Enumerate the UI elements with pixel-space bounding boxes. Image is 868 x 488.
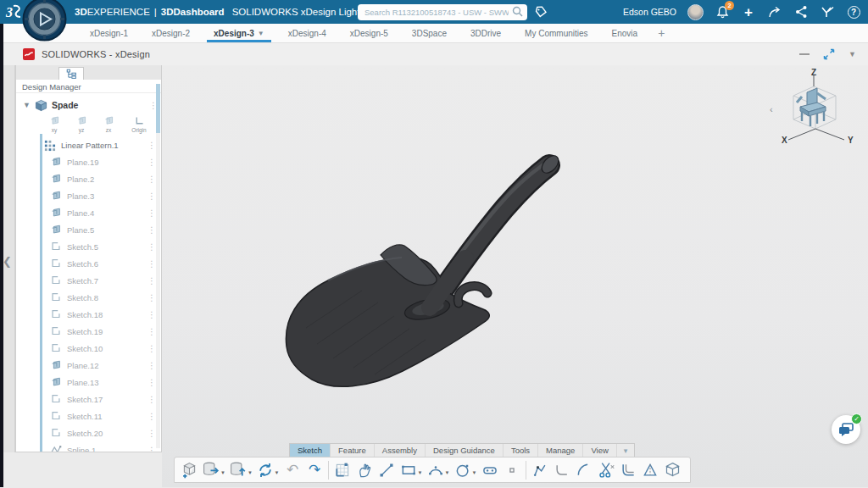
- plane-zx[interactable]: zx: [99, 115, 118, 133]
- root-part-name[interactable]: Spade: [52, 100, 143, 110]
- tree-item[interactable]: Linear Pattern.1: [16, 136, 161, 153]
- forward-arrow-icon[interactable]: [767, 4, 782, 19]
- tree-item[interactable]: Plane.12: [16, 357, 161, 374]
- arc-icon[interactable]: ▼: [425, 460, 452, 480]
- swym-icon[interactable]: [820, 4, 835, 19]
- sketch-hand-icon[interactable]: [353, 460, 376, 480]
- dashboard-link[interactable]: 3DDashboard: [161, 7, 225, 17]
- sketch-icon: [50, 410, 62, 422]
- tree-item[interactable]: Sketch.18: [16, 306, 161, 323]
- sync-icon[interactable]: ▼: [254, 460, 281, 480]
- tree-item[interactable]: Sketch.7: [16, 272, 161, 289]
- window-left-edge: [0, 24, 3, 487]
- redo-icon[interactable]: ↷: [303, 460, 326, 480]
- design-manager-tab[interactable]: [58, 67, 84, 80]
- ribbon-tab-assembly[interactable]: Assembly: [375, 444, 426, 457]
- chevron-down-icon[interactable]: ▼: [258, 30, 264, 37]
- help-icon[interactable]: ?: [848, 6, 860, 19]
- notification-badge: 2: [725, 1, 734, 10]
- view-cube-icon[interactable]: [661, 460, 683, 480]
- tree-item[interactable]: Sketch.10: [16, 340, 161, 357]
- tree-item[interactable]: Plane.4: [16, 204, 161, 221]
- tree-item[interactable]: Sketch.8: [16, 289, 161, 306]
- polyline-icon[interactable]: [529, 460, 551, 480]
- panel-scrollbar[interactable]: [156, 84, 160, 448]
- tab-3ddrive[interactable]: 3DDrive: [459, 24, 513, 42]
- avatar[interactable]: [687, 4, 704, 20]
- bell-icon[interactable]: 2: [715, 4, 730, 19]
- sketch-grid-icon[interactable]: [331, 460, 353, 480]
- search-icon[interactable]: [512, 6, 523, 17]
- brand-3dexperience[interactable]: 3DEXPERIENCE: [75, 7, 150, 17]
- undo-icon[interactable]: ↶: [281, 460, 303, 480]
- ribbon-tab-feature[interactable]: Feature: [331, 444, 375, 457]
- tree-item[interactable]: Plane.2: [16, 170, 161, 187]
- tree-item[interactable]: Sketch.5: [16, 238, 161, 255]
- ribbon-collapse-icon[interactable]: ▾: [617, 444, 635, 457]
- point-icon[interactable]: [501, 460, 523, 480]
- compass-icon[interactable]: [22, 0, 67, 42]
- tree-item[interactable]: Sketch.17: [16, 391, 161, 408]
- construction-icon[interactable]: [639, 460, 661, 480]
- workspace-tab-bar: xDesign-1 xDesign-2 xDesign-3▼ xDesign-4…: [0, 24, 868, 43]
- tab-xdesign-2[interactable]: xDesign-2: [140, 24, 202, 42]
- solidworks-icon: [23, 48, 35, 60]
- tree-item[interactable]: Sketch.6: [16, 255, 161, 272]
- trim-icon[interactable]: [595, 460, 617, 480]
- tree-item[interactable]: Plane.19: [16, 153, 161, 170]
- chevron-down-icon[interactable]: ▼: [849, 50, 856, 58]
- minimize-icon[interactable]: [799, 53, 810, 55]
- ribbon-tab-tools[interactable]: Tools: [504, 444, 538, 457]
- circle-icon[interactable]: ▼: [452, 460, 479, 480]
- tree-item[interactable]: Plane.3: [16, 187, 161, 204]
- plane-xy[interactable]: xy: [45, 115, 64, 133]
- 3d-viewport[interactable]: X Y Z ‹ Sketch Feature Assembly Design G…: [162, 65, 868, 487]
- corner-fillet-icon[interactable]: [551, 460, 573, 480]
- tab-xdesign-4[interactable]: xDesign-4: [276, 24, 338, 42]
- collapse-chevron-icon[interactable]: ❮: [3, 255, 12, 268]
- tab-xdesign-3[interactable]: xDesign-3▼: [202, 24, 276, 42]
- axis-z-label: Z: [811, 69, 816, 77]
- user-name[interactable]: Edson GEBO: [623, 7, 676, 17]
- export-data-icon[interactable]: ▼: [200, 460, 227, 480]
- tree-item[interactable]: Plane.5: [16, 221, 161, 238]
- orientation-triad[interactable]: X Y Z ‹: [763, 69, 861, 147]
- ribbon-tab-manage[interactable]: Manage: [538, 444, 583, 457]
- arc-tangent-icon[interactable]: [573, 460, 595, 480]
- tab-enovia[interactable]: Enovia: [600, 24, 650, 42]
- ribbon-tab-view[interactable]: View: [583, 444, 616, 457]
- new-part-icon[interactable]: [178, 460, 200, 480]
- chat-button[interactable]: ✓: [832, 415, 860, 444]
- plane-yz[interactable]: yz: [72, 115, 91, 133]
- plane-icon: [103, 115, 114, 126]
- tree-item[interactable]: Sketch.11: [16, 408, 161, 424]
- add-icon[interactable]: +: [741, 4, 756, 19]
- line-icon[interactable]: [376, 460, 398, 480]
- chevron-down-icon[interactable]: ▼: [23, 101, 31, 109]
- online-check-icon: ✓: [851, 413, 862, 424]
- tab-xdesign-1[interactable]: xDesign-1: [78, 24, 140, 42]
- search-input[interactable]: [358, 4, 527, 20]
- tab-3dspace[interactable]: 3DSpace: [400, 24, 459, 42]
- scrollbar-thumb[interactable]: [156, 84, 160, 133]
- 3ds-logo-icon[interactable]: 3: [5, 3, 24, 21]
- tab-my-communities[interactable]: My Communities: [513, 24, 599, 42]
- tree-root[interactable]: ▼ Spade: [16, 97, 161, 114]
- expand-icon[interactable]: [823, 48, 835, 60]
- spade-model[interactable]: [162, 65, 865, 487]
- rectangle-icon[interactable]: ▼: [398, 460, 425, 480]
- ribbon-tab-design-guidance[interactable]: Design Guidance: [426, 444, 504, 457]
- slot-icon[interactable]: [479, 460, 501, 480]
- add-tab-button[interactable]: +: [649, 24, 673, 42]
- tree-item[interactable]: Plane.13: [16, 374, 161, 391]
- origin-item[interactable]: Origin: [126, 115, 152, 133]
- import-data-icon[interactable]: ▼: [227, 460, 254, 480]
- tree-item[interactable]: Sketch.19: [16, 323, 161, 340]
- tag-icon[interactable]: [534, 5, 548, 19]
- ribbon-tab-sketch[interactable]: Sketch: [290, 444, 331, 457]
- offset-icon[interactable]: [617, 460, 639, 480]
- tree-item[interactable]: Sketch.20: [16, 424, 161, 441]
- share-nodes-icon[interactable]: [793, 4, 809, 19]
- tree-item[interactable]: Spline.1: [16, 441, 161, 452]
- tab-xdesign-5[interactable]: xDesign-5: [338, 24, 400, 42]
